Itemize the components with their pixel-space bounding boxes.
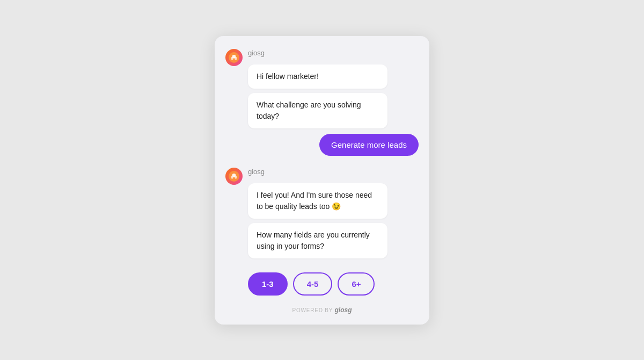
chat-widget: giosg Hi fellow marketer! What challenge… — [215, 36, 429, 325]
footer-brand-text: giosg — [335, 306, 352, 314]
footer: POWERED BY giosg — [225, 306, 419, 314]
bot-avatar — [225, 49, 243, 66]
bubble-hi: Hi fellow marketer! — [248, 64, 387, 89]
svg-point-6 — [231, 175, 233, 178]
svg-point-2 — [231, 56, 233, 60]
bubble-feel-you: I feel you! And I'm sure those need to b… — [248, 183, 387, 219]
options-row: 1-3 4-5 6+ — [225, 272, 419, 296]
bot-messages-2: giosg I feel you! And I'm sure those nee… — [248, 168, 419, 258]
option-1-3[interactable]: 1-3 — [248, 272, 288, 296]
bot-name-2: giosg — [248, 168, 419, 176]
bot-message-group-2: giosg I feel you! And I'm sure those nee… — [225, 168, 419, 258]
footer-powered-text: POWERED BY — [292, 307, 333, 313]
svg-point-7 — [235, 175, 237, 178]
bot-name-1: giosg — [248, 49, 419, 57]
bot-messages-1: giosg Hi fellow marketer! What challenge… — [248, 49, 419, 128]
bot-avatar-2 — [225, 168, 243, 185]
user-generate-leads-bubble[interactable]: Generate more leads — [319, 134, 419, 156]
option-6-plus[interactable]: 6+ — [338, 272, 375, 296]
option-4-5[interactable]: 4-5 — [293, 272, 333, 296]
user-message-row: Generate more leads — [225, 134, 419, 156]
bot-message-group-1: giosg Hi fellow marketer! What challenge… — [225, 49, 419, 128]
svg-point-3 — [235, 56, 237, 60]
bubble-how-many: How many fields are you currently using … — [248, 223, 387, 258]
bubble-challenge: What challenge are you solving today? — [248, 93, 387, 128]
